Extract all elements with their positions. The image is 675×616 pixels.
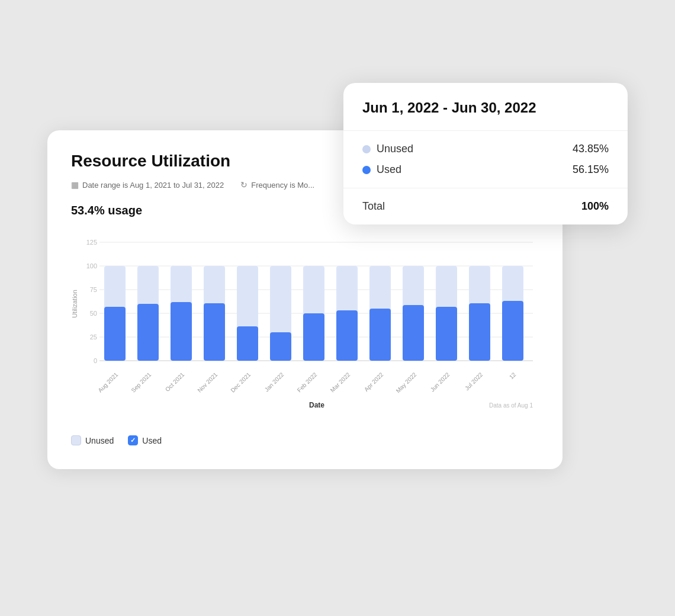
bar-oct2021-used bbox=[171, 302, 192, 361]
tooltip-header: Jun 1, 2022 - Jun 30, 2022 bbox=[343, 83, 628, 131]
tooltip-unused-legend: Unused bbox=[362, 143, 413, 155]
y-tick-75: 75 bbox=[90, 286, 97, 293]
data-as-of: Data as of Aug 1 bbox=[489, 402, 533, 409]
legend-unused[interactable]: Unused bbox=[71, 435, 114, 445]
tooltip-used-legend: Used bbox=[362, 163, 401, 176]
tooltip-unused-label: Unused bbox=[377, 143, 413, 155]
x-axis-label: Date bbox=[309, 401, 324, 409]
x-tick-aug2021: Aug 2021 bbox=[97, 371, 119, 393]
bar-jan2022-used bbox=[270, 332, 291, 361]
legend-used[interactable]: Used bbox=[128, 435, 162, 445]
y-tick-125: 125 bbox=[86, 239, 97, 246]
y-axis-label: Utilization bbox=[71, 290, 78, 318]
bar-chart: 125 100 75 50 25 0 Utilization bbox=[71, 227, 539, 428]
bar-apr2022-used bbox=[369, 309, 391, 361]
y-tick-100: 100 bbox=[86, 262, 97, 270]
y-tick-50: 50 bbox=[90, 310, 97, 317]
tooltip-footer: Total 100% bbox=[343, 188, 628, 224]
bar-mar2022-used bbox=[336, 310, 358, 361]
tooltip-unused-value: 43.85% bbox=[573, 143, 609, 155]
used-checkbox[interactable] bbox=[128, 435, 138, 445]
bar-may2022-used bbox=[403, 305, 424, 361]
tooltip-used-label: Used bbox=[377, 163, 401, 176]
x-tick-jan2022: Jan 2022 bbox=[263, 371, 285, 393]
tooltip-total-value: 100% bbox=[581, 200, 609, 213]
x-tick-oct2021: Oct 2021 bbox=[164, 371, 186, 393]
tooltip-used-value: 56.15% bbox=[573, 163, 609, 176]
y-tick-25: 25 bbox=[90, 333, 97, 341]
bar-jul2022-used bbox=[469, 303, 490, 361]
date-range-label: Date range is Aug 1, 2021 to Jul 31, 202… bbox=[82, 181, 224, 190]
x-tick-12: 12 bbox=[508, 371, 518, 380]
tooltip-total-label: Total bbox=[362, 200, 385, 213]
x-tick-dec2021: Dec 2021 bbox=[229, 371, 252, 393]
bar-nov2021-used bbox=[204, 303, 225, 361]
bar-dec2021-used bbox=[237, 326, 258, 361]
x-tick-feb2022: Feb 2022 bbox=[296, 371, 319, 393]
bar-feb2022-used bbox=[303, 313, 324, 361]
bar-jun2022-used bbox=[436, 307, 457, 361]
tooltip-unused-row: Unused 43.85% bbox=[362, 143, 609, 155]
y-tick-0: 0 bbox=[94, 357, 97, 364]
x-tick-nov2021: Nov 2021 bbox=[196, 371, 218, 393]
x-tick-jul2022: Jul 2022 bbox=[464, 371, 484, 392]
refresh-icon: ↻ bbox=[240, 180, 247, 190]
bar-sep2021-used bbox=[137, 304, 159, 361]
x-tick-may2022: May 2022 bbox=[395, 371, 418, 394]
tooltip-body: Unused 43.85% Used 56.15% bbox=[343, 131, 628, 188]
chart-area: 125 100 75 50 25 0 Utilization bbox=[71, 227, 539, 428]
x-tick-apr2022: Apr 2022 bbox=[363, 371, 385, 393]
legend-used-label: Used bbox=[142, 436, 162, 445]
tooltip-card: Jun 1, 2022 - Jun 30, 2022 Unused 43.85%… bbox=[343, 83, 628, 224]
unused-checkbox[interactable] bbox=[71, 435, 81, 445]
x-tick-jun2022: Jun 2022 bbox=[429, 371, 451, 393]
date-range-filter[interactable]: ▦ Date range is Aug 1, 2021 to Jul 31, 2… bbox=[71, 180, 224, 190]
bar-12-used bbox=[502, 301, 523, 361]
frequency-filter[interactable]: ↻ Frequency is Mo... bbox=[240, 180, 314, 190]
tooltip-date: Jun 1, 2022 - Jun 30, 2022 bbox=[362, 100, 609, 116]
bar-aug2021-used bbox=[104, 307, 126, 361]
x-tick-mar2022: Mar 2022 bbox=[329, 371, 352, 393]
frequency-label: Frequency is Mo... bbox=[251, 181, 314, 190]
legend-unused-label: Unused bbox=[85, 436, 114, 445]
x-tick-sep2021: Sep 2021 bbox=[130, 371, 152, 393]
tooltip-used-row: Used 56.15% bbox=[362, 163, 609, 176]
chart-legend: Unused Used bbox=[71, 435, 539, 445]
used-dot bbox=[362, 166, 371, 174]
calendar-icon: ▦ bbox=[71, 180, 79, 190]
unused-dot bbox=[362, 145, 371, 153]
